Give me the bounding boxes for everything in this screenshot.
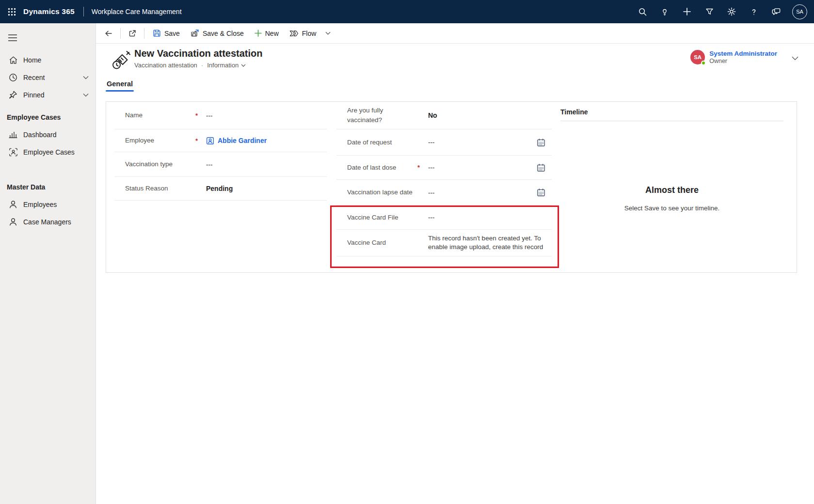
app-name[interactable]: Workplace Care Management bbox=[92, 8, 182, 16]
field-label-are-you-fully-vaccinated: Are you fully vaccinated? bbox=[347, 106, 417, 125]
field-row-vaccination-lapse-date: Vaccination lapse date --- bbox=[336, 180, 552, 205]
field-value-date-of-last-dose[interactable]: --- bbox=[428, 164, 537, 171]
home-icon bbox=[8, 55, 18, 65]
save-and-close-button[interactable]: Save & Close bbox=[185, 25, 249, 42]
sidebar-group-employee-cases: Employee Cases bbox=[0, 113, 96, 121]
vaccination-attestation-entity-icon bbox=[111, 50, 131, 71]
entity-name: Vaccination attestation bbox=[134, 62, 197, 69]
field-row-vaccine-card: Vaccine Card This record hasn't been cre… bbox=[336, 230, 552, 256]
sidebar-item-case-managers[interactable]: Case Managers bbox=[0, 213, 96, 231]
sidebar-group-master-data: Master Data bbox=[0, 183, 96, 191]
sidebar-item-home[interactable]: Home bbox=[0, 51, 96, 69]
record-subtitle: Vaccination attestation · Information bbox=[134, 62, 263, 69]
back-button[interactable] bbox=[100, 25, 117, 42]
sidebar-item-employees[interactable]: Employees bbox=[0, 196, 96, 213]
form-column-middle: Are you fully vaccinated? No Date of req… bbox=[336, 102, 552, 256]
calendar-icon bbox=[537, 188, 545, 197]
person-icon bbox=[8, 217, 18, 227]
top-navbar: Dynamics 365 Workplace Care Management S… bbox=[0, 0, 814, 23]
field-row-vaccine-card-file: Vaccine Card File --- bbox=[336, 205, 552, 230]
collapse-sitemap-button[interactable] bbox=[2, 28, 23, 47]
dynamics365-window: Dynamics 365 Workplace Care Management S… bbox=[0, 0, 814, 504]
help-icon bbox=[750, 8, 758, 16]
arrow-left-icon bbox=[105, 30, 112, 37]
app-launcher-button[interactable] bbox=[0, 0, 23, 23]
owner-field[interactable]: SA System Administrator Owner bbox=[690, 50, 777, 64]
flow-button[interactable]: Flow bbox=[284, 25, 322, 42]
calendar-picker-button[interactable] bbox=[537, 163, 552, 172]
field-label-status-reason: Status Reason bbox=[125, 184, 195, 193]
feedback-icon bbox=[772, 8, 781, 16]
sidebar-item-pinned[interactable]: Pinned bbox=[0, 86, 96, 104]
sidebar-item-dashboard[interactable]: Dashboard bbox=[0, 126, 96, 143]
record-header: New Vaccination attestation Vaccination … bbox=[96, 44, 814, 79]
plus-icon bbox=[255, 30, 262, 37]
field-value-employee: Abbie Gardiner bbox=[206, 137, 327, 145]
lightbulb-button[interactable] bbox=[654, 0, 676, 23]
pin-icon bbox=[8, 90, 18, 100]
chevron-down-icon[interactable] bbox=[83, 76, 89, 79]
dashboard-icon bbox=[8, 130, 18, 140]
timeline-empty-state: Almost there Select Save to see your tim… bbox=[560, 185, 783, 212]
flow-dropdown-chevron[interactable] bbox=[321, 32, 335, 35]
field-label-vaccine-card-file: Vaccine Card File bbox=[347, 213, 417, 222]
timeline-empty-text: Select Save to see your timeline. bbox=[560, 205, 783, 212]
main-content: Save Save & Close New Flow bbox=[96, 23, 814, 504]
help-button[interactable] bbox=[743, 0, 765, 23]
flow-icon bbox=[289, 30, 299, 37]
timeline-section: Timeline Almost there Select Save to see… bbox=[560, 102, 783, 272]
tab-general[interactable]: General bbox=[106, 79, 134, 93]
owner-name-link[interactable]: System Administrator bbox=[709, 50, 777, 57]
command-separator bbox=[120, 28, 121, 39]
lightbulb-icon bbox=[661, 8, 669, 16]
chevron-down-icon bbox=[241, 64, 246, 67]
save-button[interactable]: Save bbox=[147, 25, 185, 42]
person-icon bbox=[8, 200, 18, 209]
field-value-status-reason[interactable]: Pending bbox=[206, 185, 327, 192]
calendar-icon bbox=[537, 138, 545, 147]
filter-button[interactable] bbox=[698, 0, 720, 23]
quick-create-button[interactable] bbox=[676, 0, 698, 23]
field-value-are-you-fully-vaccinated[interactable]: No bbox=[428, 111, 552, 119]
feedback-button[interactable] bbox=[765, 0, 787, 23]
command-bar: Save Save & Close New Flow bbox=[96, 23, 814, 44]
field-value-vaccination-lapse-date[interactable]: --- bbox=[428, 189, 537, 196]
calendar-picker-button[interactable] bbox=[537, 188, 552, 197]
field-value-vaccine-card: This record hasn't been created yet. To … bbox=[428, 234, 552, 252]
field-label-vaccine-card: Vaccine Card bbox=[347, 238, 417, 248]
timeline-title: Timeline bbox=[560, 102, 783, 116]
sidebar-item-employee-cases[interactable]: Employee Cases bbox=[0, 143, 96, 161]
field-value-vaccine-card-file[interactable]: --- bbox=[428, 214, 552, 221]
field-row-date-of-request: Date of request --- bbox=[336, 129, 552, 156]
topbar-divider bbox=[83, 7, 84, 16]
sidebar-gap bbox=[0, 161, 96, 173]
badge-person-icon bbox=[8, 147, 18, 157]
field-value-date-of-request[interactable]: --- bbox=[428, 139, 537, 146]
product-name[interactable]: Dynamics 365 bbox=[23, 7, 75, 16]
settings-button[interactable] bbox=[720, 0, 743, 23]
command-separator bbox=[144, 28, 144, 39]
quick-create-icon bbox=[683, 8, 691, 16]
account-avatar[interactable]: SA bbox=[792, 4, 807, 19]
required-indicator: * bbox=[417, 164, 428, 171]
lookup-link-abbie-gardiner[interactable]: Abbie Gardiner bbox=[206, 137, 327, 145]
chevron-down-icon[interactable] bbox=[83, 93, 89, 97]
new-button[interactable]: New bbox=[249, 25, 284, 42]
form-selector[interactable]: Information bbox=[207, 62, 246, 69]
sidebar-sections: Employee Cases Dashboard Employee Cases … bbox=[0, 113, 96, 231]
open-in-new-window-button[interactable] bbox=[124, 25, 141, 42]
site-map-sidebar: Home Recent Pinned Employee Cases Dashbo… bbox=[0, 23, 96, 504]
field-row-vaccination-type: Vaccination type --- bbox=[114, 152, 327, 177]
header-expand-chevron[interactable] bbox=[792, 56, 798, 61]
field-value-vaccination-type[interactable]: --- bbox=[206, 161, 327, 168]
search-button[interactable] bbox=[631, 0, 654, 23]
record-title-block: New Vaccination attestation Vaccination … bbox=[134, 48, 263, 69]
waffle-icon bbox=[8, 8, 16, 16]
form-column-left: Name * --- Employee * Abbie Gardiner bbox=[114, 102, 327, 201]
owner-avatar: SA bbox=[690, 50, 705, 64]
popout-icon bbox=[128, 30, 136, 37]
sidebar-item-recent[interactable]: Recent bbox=[0, 69, 96, 86]
calendar-icon bbox=[537, 163, 545, 172]
field-value-name[interactable]: --- bbox=[206, 112, 327, 119]
calendar-picker-button[interactable] bbox=[537, 138, 552, 147]
